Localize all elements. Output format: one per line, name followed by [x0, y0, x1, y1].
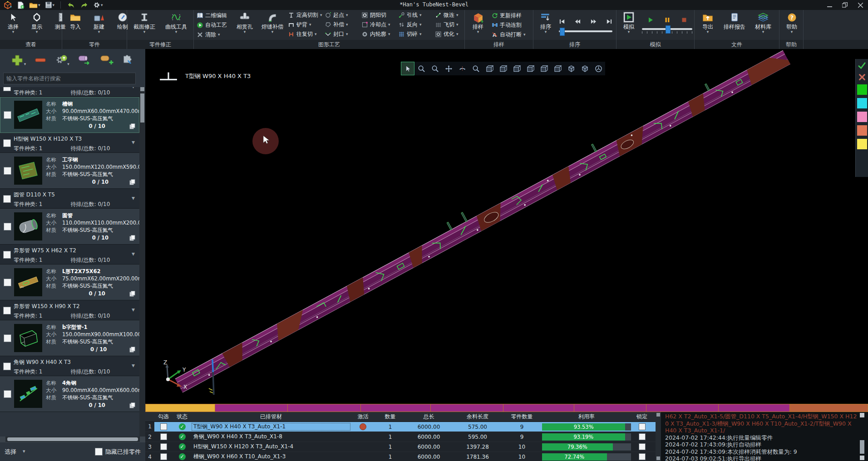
sim-pause-button[interactable]: [664, 17, 671, 24]
edit-part-button[interactable]: [122, 54, 135, 66]
display-button[interactable]: 显示: [25, 10, 48, 39]
viewport-3d[interactable]: T型钢 W90 X H40 X T3 Z Y X: [145, 49, 868, 404]
lock-checkbox[interactable]: [639, 433, 646, 440]
lock-checkbox[interactable]: [639, 423, 646, 430]
section-fix-button[interactable]: 截面修正: [129, 10, 160, 39]
part-card[interactable]: 名称工字钢 大小150.00mmX120.00mmX590.00mm 材质不锈钢…: [0, 153, 139, 189]
lock-checkbox[interactable]: [639, 443, 646, 450]
view-back-tool[interactable]: [510, 62, 523, 75]
parts-list-vscrollbar[interactable]: [139, 87, 145, 436]
group-checkbox[interactable]: [3, 139, 11, 147]
chevron-down-icon[interactable]: [132, 250, 135, 257]
view-iso-tool[interactable]: [483, 62, 496, 75]
rotate-tool[interactable]: [456, 62, 469, 75]
seal-button[interactable]: 封口: [324, 30, 360, 39]
edit-2d-button[interactable]: 二维编辑: [196, 11, 228, 20]
fixed-height-cut-button[interactable]: 定高切割: [287, 11, 323, 20]
add-part-button[interactable]: [10, 54, 26, 66]
part-group-header[interactable]: 异形管 W150 X H90 X T2 零件种类: 1待排/总数: 0/10: [0, 300, 139, 320]
group-checkbox[interactable]: [3, 87, 11, 91]
legend-swatch-yellow[interactable]: [857, 139, 867, 149]
manual-link-cut-button[interactable]: 手动连割: [490, 21, 527, 29]
nest-report-button[interactable]: 排样报告: [720, 10, 749, 39]
box-zoom-tool[interactable]: [415, 62, 428, 75]
table-row[interactable]: 3 H型钢_W150 X H120 X T3_Auto_X1-4 1 6000.…: [145, 442, 661, 452]
copy-icon[interactable]: [129, 179, 136, 186]
view-left-tool[interactable]: [524, 62, 537, 75]
part-checkbox[interactable]: [4, 334, 11, 342]
legend-swatch-pink[interactable]: [857, 112, 867, 122]
part-card[interactable]: 名称圆管 大小110.00mmX110.00mmX200.00mm 材质不锈钢-…: [0, 209, 139, 245]
update-nest-button[interactable]: 更新排样: [490, 11, 527, 20]
legend-x-icon[interactable]: [858, 73, 866, 81]
intersect-hole-button[interactable]: 相贯孔: [232, 10, 258, 39]
part-card[interactable]: 名称b字型管-1 大小150.00mmX90.00mmX100.00mm 材质不…: [0, 320, 139, 356]
sim-stop-button[interactable]: [681, 17, 687, 24]
part-card[interactable]: 名称4角钢 大小90.00mmX40.00mmX600.00mm 材质不锈钢-S…: [0, 376, 139, 412]
part-group-header[interactable]: 角钢 W90 X H40 X T3 零件种类: 1待排/总数: 0/10: [0, 356, 139, 376]
export-button[interactable]: 导出: [696, 10, 719, 39]
legend-check-icon[interactable]: [858, 61, 866, 70]
reciprocating-cut-button[interactable]: 往复切: [287, 30, 323, 39]
part-checkbox[interactable]: [4, 223, 11, 230]
view-bottom-tool[interactable]: [565, 62, 577, 75]
part-card[interactable]: 名称槽钢 大小90.00mmX60.00mmX470.00mm 材质不锈钢-SU…: [0, 97, 139, 133]
chevron-down-icon[interactable]: [132, 362, 135, 369]
log-vscrollbar[interactable]: [859, 412, 865, 461]
sort-slider-thumb[interactable]: [560, 28, 565, 36]
weld-compensation-button[interactable]: 焊缝补偿: [258, 10, 287, 39]
view-front-tool[interactable]: [497, 62, 509, 75]
orbit-tool[interactable]: [592, 62, 605, 75]
table-vscrollbar[interactable]: [656, 412, 661, 461]
remove-part-button[interactable]: [34, 54, 47, 66]
legend-swatch-salmon[interactable]: [857, 125, 867, 136]
part-search-input[interactable]: [3, 73, 136, 84]
reverse-button[interactable]: 反向: [397, 20, 434, 29]
back-gouge-button[interactable]: 铲背: [287, 20, 323, 29]
hide-nested-checkbox[interactable]: [95, 448, 103, 456]
view-bottom2-tool[interactable]: [578, 62, 591, 75]
compensation-button[interactable]: 补偿: [324, 20, 360, 29]
part-group-header[interactable]: H型钢 W150 X H120 X T3 零件种类: 1待排/总数: 0/10: [0, 133, 139, 153]
table-row[interactable]: 4 槽钢_W90 X H60 X T10_Auto_X1-3 1 6000.00…: [145, 452, 661, 461]
pan-tool[interactable]: [442, 62, 455, 75]
table-row[interactable]: 1 T型钢_W90 X H40 X T3_Auto_X1-1 1 6000.00…: [145, 422, 661, 432]
zoom-extents-tool[interactable]: [469, 62, 482, 75]
view-right-tool[interactable]: [538, 62, 550, 75]
sim-play-button[interactable]: [647, 17, 654, 24]
first-step-button[interactable]: [559, 18, 566, 25]
part-group-header[interactable]: 槽钢 W90 X H60 X T10 零件种类: 1待排/总数: 0/10: [0, 87, 139, 97]
lead-line-button[interactable]: 引线: [397, 11, 434, 20]
nest-button[interactable]: 排样: [467, 10, 489, 39]
chevron-down-icon[interactable]: [132, 306, 135, 313]
material-library-button[interactable]: 材料库: [750, 10, 776, 39]
inner-contour-button[interactable]: 内轮廓: [360, 30, 397, 39]
copy-icon[interactable]: [129, 346, 136, 353]
help-button[interactable]: 帮助: [781, 10, 802, 39]
part-checkbox[interactable]: [4, 111, 11, 119]
chevron-down-icon[interactable]: [132, 194, 135, 201]
auto-process-button[interactable]: 自动工艺: [196, 21, 228, 29]
yin-yang-cut-button[interactable]: 阴阳切: [360, 11, 397, 20]
select-button[interactable]: 选择: [2, 10, 25, 39]
copy-icon[interactable]: [129, 402, 136, 409]
group-checkbox[interactable]: [3, 307, 11, 314]
start-point-button[interactable]: 起点: [324, 11, 360, 20]
copy-icon[interactable]: [129, 290, 136, 297]
legend-swatch-cyan[interactable]: [857, 98, 867, 108]
group-checkbox[interactable]: [3, 195, 11, 203]
select-tool[interactable]: [401, 62, 414, 75]
import-button[interactable]: 导入: [64, 10, 87, 39]
pipe-transfer-button[interactable]: [77, 54, 92, 66]
last-step-button[interactable]: [606, 18, 612, 25]
row-checkbox[interactable]: [160, 423, 167, 430]
part-checkbox[interactable]: [4, 390, 11, 398]
parts-list-hscrollbar[interactable]: [0, 436, 145, 442]
group-checkbox[interactable]: [3, 363, 11, 370]
lock-checkbox[interactable]: [639, 453, 646, 460]
row-checkbox[interactable]: [160, 433, 167, 440]
sort-slider[interactable]: [559, 30, 612, 32]
select-dropdown[interactable]: 选择: [5, 448, 25, 456]
chevron-down-icon[interactable]: [132, 87, 135, 90]
cooling-point-button[interactable]: 冷却点: [360, 20, 397, 29]
